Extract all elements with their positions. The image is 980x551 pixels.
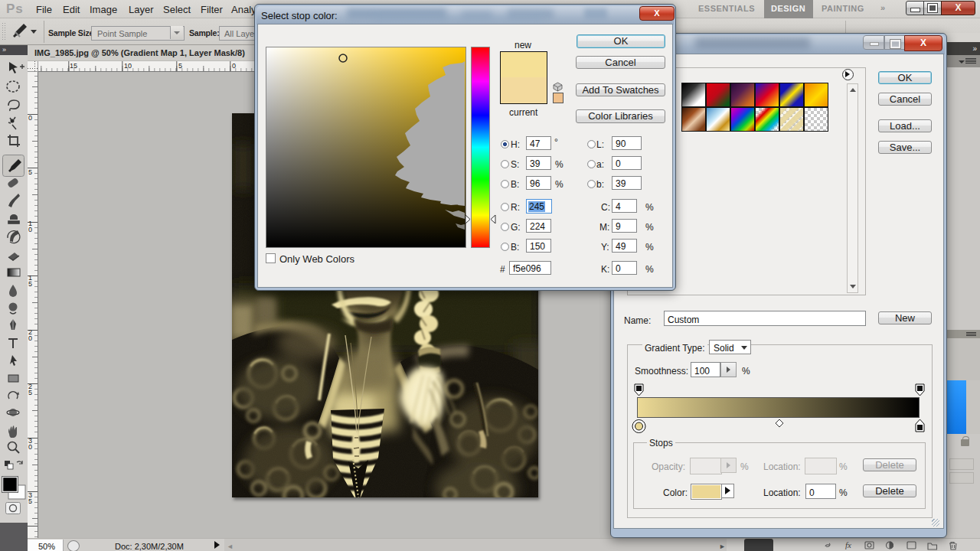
svg-text:fx: fx [845,540,851,549]
